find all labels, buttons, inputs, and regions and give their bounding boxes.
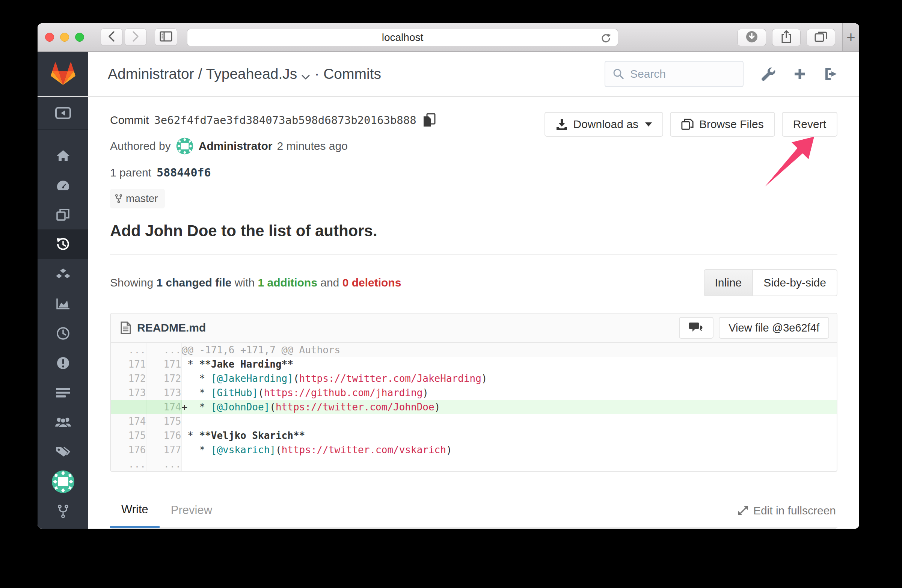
changed-files-count: 1 changed file <box>156 276 231 289</box>
search-input[interactable] <box>630 67 720 80</box>
author-avatar[interactable] <box>176 138 193 155</box>
parent-sha-link[interactable]: 588440f6 <box>157 166 211 179</box>
url-text: localhost <box>382 31 424 44</box>
comment-textarea[interactable] <box>110 528 838 529</box>
copy-sha-button[interactable] <box>423 113 436 128</box>
new-line-number[interactable]: ... <box>146 457 182 471</box>
share-icon <box>781 30 792 45</box>
tab-overview-button[interactable] <box>806 29 835 46</box>
old-line-number[interactable]: ... <box>111 343 146 357</box>
tags-icon <box>56 446 70 458</box>
divider <box>110 254 838 255</box>
new-line-number[interactable]: ... <box>146 343 182 357</box>
chevron-down-icon[interactable] <box>302 67 310 83</box>
view-file-button[interactable]: View file @3e62f4f <box>719 317 829 339</box>
diff-row: 176177 * [@vskarich](https://twitter.com… <box>111 443 837 457</box>
file-icon <box>121 321 131 334</box>
sidebar-project-avatar[interactable] <box>38 467 88 496</box>
sidebar-item-graphs[interactable] <box>38 289 88 318</box>
sidebar-item-merge-requests[interactable] <box>38 378 88 407</box>
tab-preview[interactable]: Preview <box>160 504 224 527</box>
note-editor-tabs: Write Preview Edit in fullscreen <box>110 492 838 528</box>
sidebar-item-members[interactable] <box>38 407 88 437</box>
old-line-number[interactable]: 173 <box>111 386 146 400</box>
close-window-button[interactable] <box>45 33 54 42</box>
comment-button[interactable] <box>679 317 714 339</box>
download-icon <box>556 118 568 130</box>
downloads-button[interactable] <box>738 29 766 46</box>
old-line-number[interactable]: 174 <box>111 414 146 428</box>
new-project-plus-icon[interactable] <box>793 67 806 81</box>
clipboard-copy-icon <box>423 113 436 128</box>
branch-badge[interactable]: master <box>110 189 165 208</box>
back-icon <box>107 31 116 44</box>
browse-files-label: Browse Files <box>699 118 764 131</box>
commit-time: 2 minutes ago <box>277 140 348 152</box>
gitlab-logo[interactable] <box>38 52 88 96</box>
reload-icon[interactable] <box>600 33 612 44</box>
author-name[interactable]: Administrator <box>199 140 272 152</box>
address-bar[interactable]: localhost <box>187 29 618 46</box>
sign-out-icon[interactable] <box>824 67 838 81</box>
download-as-label: Download as <box>573 118 638 131</box>
line-content: * [@JakeHarding](https://twitter.com/Jak… <box>182 371 837 386</box>
admin-wrench-icon[interactable] <box>761 66 776 81</box>
sidebar-item-files[interactable] <box>38 200 88 230</box>
new-line-number[interactable]: 171 <box>146 357 182 371</box>
new-line-number[interactable]: 176 <box>146 428 182 443</box>
share-button[interactable] <box>772 29 800 46</box>
back-button[interactable] <box>101 28 122 46</box>
sidebar-item-commits[interactable] <box>38 230 88 259</box>
tab-write[interactable]: Write <box>110 503 160 528</box>
fork-icon <box>58 505 68 518</box>
branch-icon <box>115 194 122 203</box>
old-line-number[interactable] <box>111 400 146 414</box>
diff-row: 171171 * **Jake Harding** <box>111 357 837 371</box>
deletions-count: 0 deletions <box>343 276 401 289</box>
project-sidebar <box>38 97 88 529</box>
old-line-number[interactable]: 171 <box>111 357 146 371</box>
commit-parent-row: 1 parent 588440f6 <box>110 166 838 179</box>
new-line-number[interactable]: 172 <box>146 371 182 386</box>
browser-toolbar: localhost + <box>38 23 859 52</box>
diff-file-card: README.md View file @3e62f4f ......@@ -1… <box>110 313 838 472</box>
forward-button[interactable] <box>125 28 146 46</box>
diff-table: ......@@ -171,6 +171,7 @@ Authors171171 … <box>111 343 837 471</box>
line-content: * [@vskarich](https://twitter.com/vskari… <box>182 443 837 457</box>
download-as-button[interactable]: Download as <box>545 112 663 137</box>
old-line-number[interactable]: ... <box>111 457 146 471</box>
sidebar-item-network[interactable] <box>38 259 88 289</box>
breadcrumb-project[interactable]: Administrator / Typeahead.Js <box>108 66 297 82</box>
old-line-number[interactable]: 172 <box>111 371 146 386</box>
sidebar-item-forks[interactable] <box>38 496 88 526</box>
inline-view-button[interactable]: Inline <box>704 269 753 296</box>
sidebar-item-issues[interactable] <box>38 348 88 378</box>
sidebar-item-project-home[interactable] <box>38 141 88 170</box>
revert-button[interactable]: Revert <box>782 112 838 137</box>
new-line-number[interactable]: 175 <box>146 414 182 428</box>
diff-filename[interactable]: README.md <box>137 321 206 334</box>
new-line-number[interactable]: 174 <box>146 400 182 414</box>
new-tab-button[interactable]: + <box>842 23 859 51</box>
forward-icon <box>132 31 140 44</box>
old-line-number[interactable]: 175 <box>111 428 146 443</box>
minimize-window-button[interactable] <box>60 33 69 42</box>
expand-icon <box>738 505 749 516</box>
old-line-number[interactable]: 176 <box>111 443 146 457</box>
line-content: * **Jake Harding** <box>182 357 837 371</box>
search-box[interactable] <box>604 61 744 87</box>
side-by-side-view-button[interactable]: Side-by-side <box>752 269 838 296</box>
commit-message: Add John Doe to the list of authors. <box>110 222 838 240</box>
sidebar-toggle-button[interactable] <box>155 28 177 46</box>
gitlab-header: Administrator / Typeahead.Js · Commits <box>38 52 859 97</box>
sidebar-collapse-button[interactable] <box>38 97 88 130</box>
sidebar-item-pipelines[interactable] <box>38 318 88 348</box>
sidebar-item-labels[interactable] <box>38 437 88 467</box>
sidebar-item-activity[interactable] <box>38 170 88 200</box>
edit-fullscreen-link[interactable]: Edit in fullscreen <box>738 504 836 517</box>
new-line-number[interactable]: 173 <box>146 386 182 400</box>
new-line-number[interactable]: 177 <box>146 443 182 457</box>
browse-files-button[interactable]: Browse Files <box>670 112 775 137</box>
zoom-window-button[interactable] <box>75 33 84 42</box>
plus-glyph: + <box>846 29 855 46</box>
